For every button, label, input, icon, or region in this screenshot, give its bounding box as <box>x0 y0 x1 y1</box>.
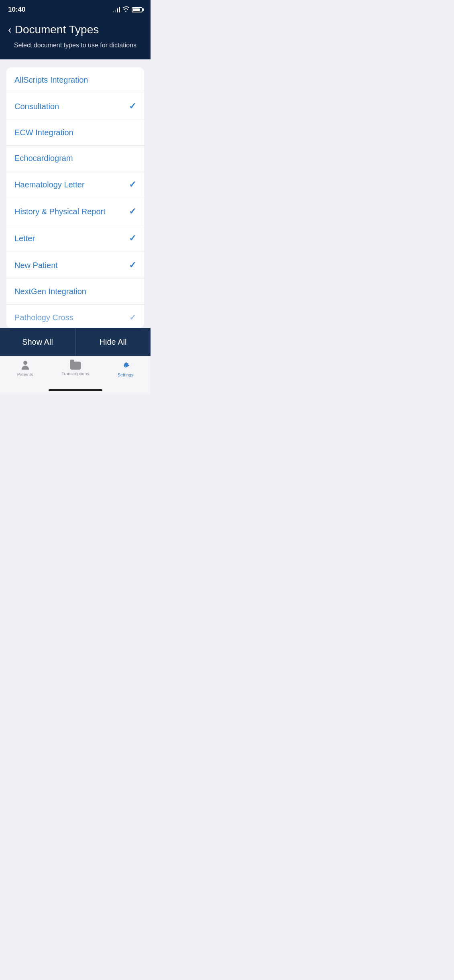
list-item[interactable]: New Patient ✓ <box>6 252 144 279</box>
document-type-list: AllScripts Integration Consultation ✓ EC… <box>6 67 144 328</box>
list-item[interactable]: Pathology Cross ✓ <box>6 305 144 328</box>
list-item[interactable]: Echocardiogram <box>6 146 144 171</box>
doc-item-label: ECW Integration <box>14 128 73 137</box>
doc-item-label: Pathology Cross <box>14 313 73 322</box>
doc-item-label: Haematology Letter <box>14 180 85 189</box>
doc-item-label: AllScripts Integration <box>14 75 88 85</box>
list-item[interactable]: AllScripts Integration <box>6 67 144 93</box>
checkmark-icon: ✓ <box>129 260 136 270</box>
header: ‹ Document Types Select document types t… <box>0 18 151 59</box>
list-item[interactable]: ECW Integration <box>6 120 144 146</box>
back-chevron-icon: ‹ <box>8 24 12 35</box>
header-subtitle: Select document types to use for dictati… <box>8 41 143 50</box>
settings-icon <box>120 360 131 371</box>
status-bar: 10:40 <box>0 0 151 18</box>
home-bar <box>49 389 102 391</box>
checkmark-icon: ✓ <box>129 233 136 244</box>
checkmark-icon: ✓ <box>129 101 136 112</box>
signal-icon <box>113 7 120 12</box>
tab-patients-label: Patients <box>17 372 33 377</box>
show-all-button[interactable]: Show All <box>0 328 75 356</box>
list-item[interactable]: NextGen Integration <box>6 279 144 305</box>
tab-transcriptions[interactable]: Transcriptions <box>50 356 100 381</box>
doc-item-label: Consultation <box>14 102 59 111</box>
list-item[interactable]: History & Physical Report ✓ <box>6 198 144 225</box>
action-bar: Show All Hide All <box>0 328 151 356</box>
content-area: AllScripts Integration Consultation ✓ EC… <box>0 59 151 328</box>
back-button[interactable]: ‹ Document Types <box>8 22 99 38</box>
list-item[interactable]: Haematology Letter ✓ <box>6 171 144 198</box>
tab-bar: Patients Transcriptions Settings <box>0 356 151 389</box>
doc-item-label: Letter <box>14 234 35 243</box>
patients-icon <box>20 361 30 370</box>
partial-check-icon: ✓ <box>129 313 136 322</box>
page-title: Document Types <box>15 23 99 36</box>
tab-patients[interactable]: Patients <box>0 356 50 381</box>
status-time: 10:40 <box>8 6 25 14</box>
doc-item-label: NextGen Integration <box>14 287 86 296</box>
checkmark-icon: ✓ <box>129 179 136 190</box>
doc-item-label: New Patient <box>14 261 58 270</box>
tab-settings-label: Settings <box>118 372 134 377</box>
hide-all-button[interactable]: Hide All <box>75 328 151 356</box>
transcriptions-icon <box>70 362 81 370</box>
home-indicator <box>0 389 151 394</box>
doc-item-label: History & Physical Report <box>14 207 106 216</box>
tab-settings[interactable]: Settings <box>100 356 151 381</box>
status-icons <box>113 6 143 13</box>
battery-icon <box>132 7 143 12</box>
list-item[interactable]: Letter ✓ <box>6 225 144 252</box>
list-item[interactable]: Consultation ✓ <box>6 93 144 120</box>
wifi-icon <box>122 6 129 13</box>
doc-item-label: Echocardiogram <box>14 154 73 163</box>
tab-transcriptions-label: Transcriptions <box>61 371 89 376</box>
checkmark-icon: ✓ <box>129 206 136 217</box>
